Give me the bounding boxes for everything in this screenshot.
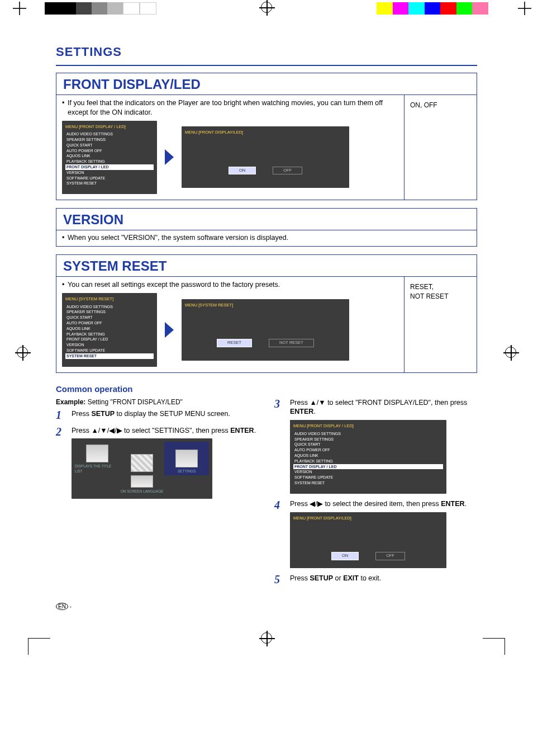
osd-step4: MENU [FRONT DISPLAY/LED] ON OFF (290, 512, 446, 568)
section-version: VERSION •When you select "VERSION", the … (56, 208, 477, 247)
print-registration-bottom (0, 621, 533, 655)
sr-title: SYSTEM RESET (56, 255, 477, 276)
arrow-right-icon (165, 322, 174, 338)
crop-mark-right (505, 347, 516, 360)
section-front-display-led: FRONT DISPLAY/LED If you feel that the i… (56, 73, 477, 200)
osd-fdl-menu: MENU [FRONT DISPLAY / LED] AUDIO VIDEO S… (62, 121, 157, 194)
arrow-right-icon (165, 149, 174, 165)
version-desc: When you select "VERSION", the system so… (68, 234, 288, 242)
step4-opt-on: ON (331, 552, 359, 560)
example-line: Example: Setting "FRONT DISPLAY/LED" (56, 398, 259, 406)
step-3: 3 Press ▲/▼ to select "FRONT DISPLAY/LED… (274, 398, 477, 494)
osd-sr-menu: MENU [SYSTEM RESET] AUDIO VIDEO SETTINGS… (62, 293, 157, 366)
step-2: 2 Press ▲/▼/◀/▶ to select "SETTINGS", th… (56, 426, 259, 499)
osd-fdl-options: MENU [FRONT DISPLAY/LED] ON OFF (182, 126, 349, 188)
section-system-reset: SYSTEM RESET You can reset all settings … (56, 254, 477, 372)
common-op-heading: Common operation (56, 384, 477, 394)
sr-desc: You can reset all settings except the pa… (62, 280, 398, 290)
fdl-opt-off: OFF (273, 167, 302, 175)
page-footer: EN - (56, 603, 477, 610)
manual-page: SETTINGS FRONT DISPLAY/LED If you feel t… (39, 17, 494, 621)
version-title: VERSION (56, 209, 477, 230)
sr-opt-reset: RESET (217, 339, 252, 347)
fdl-desc: If you feel that the indicators on the P… (62, 98, 398, 117)
step-1: 1 Press SETUP to display the SETUP MENU … (56, 409, 259, 420)
crop-mark-left (17, 347, 28, 360)
step-5: 5 Press SETUP or EXIT to exit. (274, 574, 477, 585)
setup-menu-graphic: DISPLAYS THE TITLE LIST SETTINGS ON SCRE… (72, 438, 212, 499)
osd-sr-options: MENU [SYSTEM RESET] RESET NOT RESET (182, 299, 349, 361)
step4-opt-off: OFF (375, 552, 405, 560)
fdl-menu-list: AUDIO VIDEO SETTINGS SPEAKER SETTINGS QU… (65, 131, 154, 186)
fdl-values: ON, OFF (404, 95, 477, 200)
sr-values: RESET, NOT RESET (404, 277, 477, 372)
fdl-title: FRONT DISPLAY/LED (56, 73, 477, 94)
osd-step3: MENU [FRONT DISPLAY / LED] AUDIO VIDEO S… (290, 420, 446, 493)
fdl-opt-on: ON (229, 167, 256, 175)
section-title-settings: SETTINGS (56, 45, 477, 59)
print-registration-top (0, 0, 533, 17)
sr-opt-notreset: NOT RESET (269, 339, 314, 347)
step-4: 4 Press ◀/▶ to select the desired item, … (274, 499, 477, 568)
